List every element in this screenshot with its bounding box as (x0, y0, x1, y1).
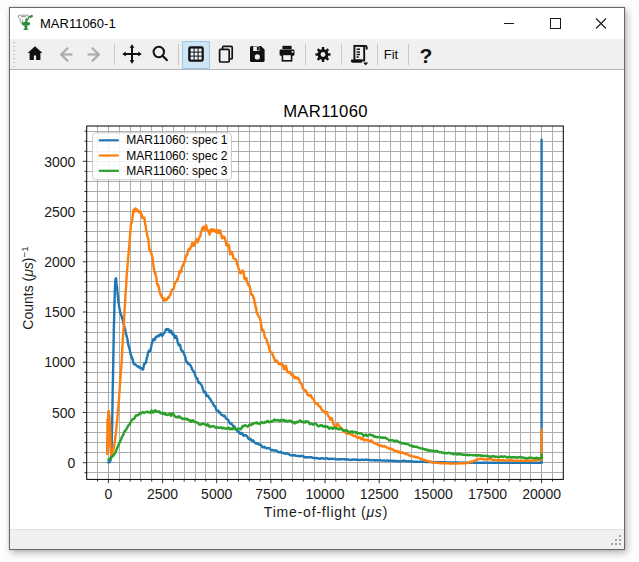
svg-text:17500: 17500 (468, 486, 507, 502)
svg-text:5000: 5000 (201, 486, 232, 502)
svg-text:3000: 3000 (44, 154, 75, 170)
svg-text:MAR11060: spec 2: MAR11060: spec 2 (126, 149, 227, 163)
svg-text:2500: 2500 (147, 486, 178, 502)
svg-text:?: ? (419, 44, 432, 67)
svg-text:Time-of-flight (μs): Time-of-flight (μs) (264, 504, 388, 520)
svg-text:10000: 10000 (306, 486, 345, 502)
svg-text:MAR11060: spec 1: MAR11060: spec 1 (126, 133, 227, 147)
svg-text:500: 500 (52, 405, 76, 421)
svg-text:15000: 15000 (414, 486, 453, 502)
svg-text:1000: 1000 (44, 354, 75, 370)
svg-text:MAR11060: spec 3: MAR11060: spec 3 (126, 164, 227, 178)
svg-text:0: 0 (105, 486, 113, 502)
svg-text:0: 0 (68, 455, 76, 471)
svg-text:2500: 2500 (44, 204, 75, 220)
svg-text:Counts (μs)−1: Counts (μs)−1 (19, 246, 36, 329)
svg-text:12500: 12500 (360, 486, 399, 502)
svg-text:1500: 1500 (44, 304, 75, 320)
svg-text:2000: 2000 (44, 254, 75, 270)
svg-text:7500: 7500 (255, 486, 286, 502)
svg-text:MAR11060: MAR11060 (283, 102, 368, 121)
svg-text:20000: 20000 (522, 486, 561, 502)
